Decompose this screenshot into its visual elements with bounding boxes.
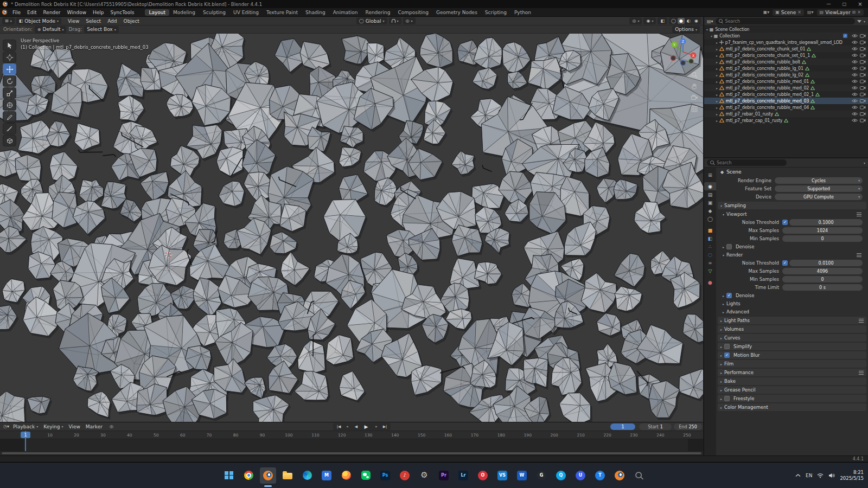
disclosure-icon[interactable]: ▸ — [716, 60, 718, 64]
prop-value-dropdown[interactable]: Supported — [775, 185, 863, 192]
preset-menu-icon[interactable] — [857, 213, 861, 216]
shading-material-button[interactable]: ◐ — [685, 18, 692, 24]
annotate-tool[interactable] — [3, 111, 16, 123]
section-volumes[interactable]: ▸Volumes — [718, 325, 866, 333]
current-frame-field[interactable]: 1 — [610, 423, 635, 430]
disclosure-icon[interactable]: ▸ — [716, 47, 718, 51]
taskbar-photoshop[interactable]: Ps — [377, 467, 393, 484]
taskbar-explorer[interactable] — [279, 467, 296, 484]
taskbar-vscode[interactable]: VS — [494, 467, 510, 484]
vp-menu-select[interactable]: Select — [83, 18, 104, 24]
taskbar-github[interactable]: G — [533, 467, 550, 484]
tab-modifiers[interactable]: ◧ — [704, 234, 716, 242]
taskbar-premiere[interactable]: Pr — [436, 467, 452, 484]
properties-options-icon[interactable]: ▾ — [864, 161, 865, 165]
section-curves[interactable]: ▸Curves — [718, 334, 866, 342]
disclosure-icon[interactable]: ▸ — [716, 54, 718, 57]
outliner-search-input[interactable]: Search — [716, 18, 855, 24]
prop-value-dropdown[interactable]: GPU Compute — [775, 194, 863, 200]
section-performance[interactable]: ▸Performance — [718, 369, 866, 376]
timeline-scrollbar[interactable] — [1, 452, 702, 455]
xray-toggle[interactable]: ◧ — [658, 17, 667, 24]
section-simplify[interactable]: ▸Simplify — [718, 343, 866, 350]
outliner-item-row[interactable]: ▸mtl_p7_debris_concrete_rubble_med_01 — [704, 78, 868, 85]
filter-dropdown-icon[interactable]: ▾ — [864, 20, 865, 23]
tab-particles[interactable]: ∴ — [704, 242, 716, 251]
vp-menu-object[interactable]: Object — [121, 18, 142, 24]
prop-value-field[interactable]: 0.0100 — [789, 260, 863, 266]
taskbar-opera[interactable]: O — [475, 467, 491, 484]
editor-type-button[interactable]: ⊞▾ — [2, 17, 15, 24]
preset-menu-icon[interactable] — [859, 319, 864, 323]
maximize-button[interactable] — [837, 0, 852, 8]
prop-value-field[interactable]: 0 — [782, 276, 863, 282]
add-cube-tool[interactable] — [3, 135, 16, 146]
workspace-tab-uv-editing[interactable]: UV Editing — [229, 9, 263, 16]
tab-constraints[interactable]: ∞ — [704, 259, 716, 267]
gizmos-dropdown[interactable]: ◎▾ — [629, 17, 642, 24]
properties-search-input[interactable]: Search — [707, 159, 787, 166]
section-light-paths[interactable]: ▸Light Paths — [718, 317, 866, 324]
remove-viewlayer-icon[interactable]: × — [857, 10, 861, 15]
workspace-tab-python[interactable]: Python — [510, 9, 535, 16]
viewlayer-selector[interactable]: ▤ViewLayer⊞× — [817, 9, 864, 16]
disclosure-icon[interactable]: ▾ — [711, 34, 712, 38]
collection-row[interactable]: ▾▦Collection — [704, 33, 868, 39]
browse-viewlayer-icon[interactable]: ▤▾ — [806, 10, 815, 15]
outliner-item-row[interactable]: ▸mtl_p7_debris_concrete_rubble_med_02_1 — [704, 91, 868, 98]
outliner-item-row[interactable]: ▸mtl_p7_debris_concrete_rubble_med_02 — [704, 85, 868, 91]
timeline-menu-view[interactable]: View — [66, 423, 82, 430]
language-indicator[interactable]: EN — [806, 473, 812, 478]
measure-tool[interactable] — [3, 123, 16, 134]
workspace-tab-shading[interactable]: Shading — [302, 9, 329, 16]
outliner-editor-icon[interactable]: ▤▾ — [707, 19, 713, 24]
camera-view-icon[interactable] — [691, 94, 698, 101]
section-film[interactable]: ▸Film — [718, 360, 866, 368]
menu-edit[interactable]: Edit — [24, 9, 40, 16]
disclosure-icon[interactable]: ▸ — [716, 41, 718, 44]
subsection-viewport[interactable]: ▾Viewport — [723, 210, 861, 218]
taskbar-chrome[interactable] — [240, 467, 257, 484]
options-dropdown[interactable]: Options▾ — [672, 26, 700, 33]
timeline-ruler[interactable]: 1020304050607080901001101201301401501601… — [0, 431, 703, 439]
taskbar-wechat[interactable] — [358, 467, 374, 484]
disclosure-icon[interactable]: ▾ — [706, 28, 708, 31]
checkbox[interactable] — [726, 293, 732, 298]
section-freestyle[interactable]: ▸Freestyle — [718, 395, 866, 402]
workspace-tab-s-culpting[interactable]: S­culpting — [199, 9, 229, 16]
zoom-icon[interactable] — [691, 71, 698, 79]
section-bake[interactable]: ▸Bake — [718, 377, 866, 385]
tab-scene[interactable]: ◆ — [704, 207, 716, 215]
taskbar-firefox[interactable] — [338, 467, 354, 484]
tab-world[interactable]: ◯ — [704, 215, 716, 223]
disclosure-icon[interactable]: ▸ — [716, 86, 718, 90]
prop-value-field[interactable]: 0.1000 — [789, 219, 863, 226]
subsection-denoise[interactable]: ▸Denoise — [723, 292, 861, 299]
pan-hand-icon[interactable] — [691, 82, 698, 90]
play-reverse-button[interactable]: ◀ — [352, 423, 360, 430]
outliner-item-row[interactable]: ▸mtl_p7_rebar_cap_01_rusty — [704, 117, 868, 124]
disclosure-icon[interactable]: ▸ — [716, 73, 718, 77]
workspace-tab-rendering[interactable]: Rendering — [362, 9, 394, 16]
transform-tool[interactable] — [3, 99, 16, 111]
menu-window[interactable]: Window — [64, 9, 90, 16]
taskbar-qq[interactable]: Q — [553, 467, 569, 484]
navigation-gizmo[interactable]: X Y Z — [668, 37, 698, 67]
scene-collection-row[interactable]: ▾▦Scene Collection — [704, 26, 868, 33]
outliner-item-row[interactable]: ▸mtl_p7_debris_concrete_rubble_lg_01 — [704, 65, 868, 72]
prop-value-dropdown[interactable]: Cycles — [775, 177, 863, 184]
overlays-dropdown[interactable]: ◉▾ — [643, 17, 656, 24]
disclosure-icon[interactable]: ▸ — [716, 119, 718, 123]
taskbar-start[interactable] — [221, 467, 237, 484]
unlink-scene-icon[interactable]: × — [797, 10, 801, 15]
disclosure-icon[interactable]: ▸ — [716, 112, 718, 116]
playhead-badge[interactable]: 1 — [21, 432, 30, 438]
taskbar-settings[interactable]: ⚙ — [416, 467, 432, 484]
add-viewlayer-icon[interactable]: ⊞ — [852, 10, 856, 15]
checkbox[interactable] — [724, 352, 730, 358]
workspace-tab-texture-paint[interactable]: Texture Paint — [263, 9, 302, 16]
workspace-tab-modeling[interactable]: Modeling — [169, 9, 199, 16]
taskbar-music[interactable]: ♪ — [397, 467, 413, 484]
tab-render[interactable]: ◉ — [704, 182, 716, 190]
rotate-tool[interactable] — [3, 75, 16, 87]
